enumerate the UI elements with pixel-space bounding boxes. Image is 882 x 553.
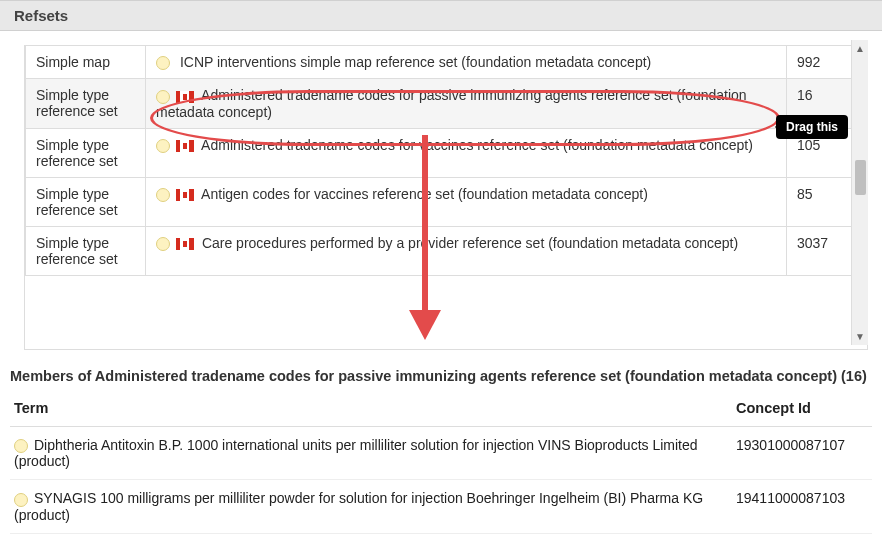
concept-dot-icon	[156, 139, 170, 153]
members-col-concept-id[interactable]: Concept Id	[732, 394, 872, 427]
table-row[interactable]: Simple map ICNP interventions simple map…	[26, 46, 867, 79]
canada-flag-icon	[176, 91, 194, 103]
table-row[interactable]: SYNAGIS 100 milligrams per milliliter po…	[10, 480, 872, 533]
scroll-thumb[interactable]	[855, 160, 866, 195]
refsets-scroll[interactable]: Simple map ICNP interventions simple map…	[25, 45, 867, 349]
concept-dot-icon	[14, 493, 28, 507]
refset-name-cell: Antigen codes for vaccines reference set…	[146, 177, 787, 226]
scroll-down-icon[interactable]: ▼	[852, 328, 868, 345]
concept-dot-icon	[156, 90, 170, 104]
refset-name-cell: ICNP interventions simple map reference …	[146, 46, 787, 79]
members-table: Term Concept Id Diphtheria Antitoxin B.P…	[10, 394, 872, 534]
member-term-cell: Diphtheria Antitoxin B.P. 1000 internati…	[10, 427, 732, 480]
concept-dot-icon	[156, 237, 170, 251]
concept-dot-icon	[14, 439, 28, 453]
refset-type-cell: Simple type reference set	[26, 177, 146, 226]
table-row[interactable]: Diphtheria Antitoxin B.P. 1000 internati…	[10, 427, 872, 480]
concept-dot-icon	[156, 188, 170, 202]
refset-type-cell: Simple map	[26, 46, 146, 79]
members-header: Members of Administered tradename codes …	[10, 368, 872, 384]
refset-name-cell: Administered tradename codes for passive…	[146, 79, 787, 128]
refset-name-text: Administered tradename codes for passive…	[156, 87, 747, 119]
scroll-up-icon[interactable]: ▲	[852, 40, 868, 57]
refset-name-text: Care procedures performed by a provider …	[198, 235, 738, 251]
refset-name-text: ICNP interventions simple map reference …	[176, 54, 651, 70]
refsets-panel: Simple map ICNP interventions simple map…	[24, 45, 868, 350]
refsets-header: Refsets	[0, 0, 882, 31]
members-header-row: Term Concept Id	[10, 394, 872, 427]
refsets-table: Simple map ICNP interventions simple map…	[25, 45, 867, 276]
member-concept-id-cell: 19411000087103	[732, 480, 872, 533]
refset-name-cell: Administered tradename codes for vaccine…	[146, 128, 787, 177]
member-term-cell: SYNAGIS 100 milligrams per milliliter po…	[10, 480, 732, 533]
refset-name-text: Antigen codes for vaccines reference set…	[198, 186, 648, 202]
member-term-text: SYNAGIS 100 milligrams per milliliter po…	[14, 490, 703, 522]
refset-name-text: Administered tradename codes for vaccine…	[198, 137, 753, 153]
member-concept-id-cell: 19301000087107	[732, 427, 872, 480]
member-term-text: Diphtheria Antitoxin B.P. 1000 internati…	[14, 437, 698, 469]
canada-flag-icon	[176, 140, 194, 152]
table-row[interactable]: Simple type reference set Antigen codes …	[26, 177, 867, 226]
concept-dot-icon	[156, 56, 170, 70]
table-row[interactable]: Simple type reference set Care procedure…	[26, 226, 867, 275]
drag-this-tooltip: Drag this	[776, 115, 848, 139]
table-row[interactable]: Simple type reference set Administered t…	[26, 128, 867, 177]
canada-flag-icon	[176, 238, 194, 250]
canada-flag-icon	[176, 189, 194, 201]
members-col-term[interactable]: Term	[10, 394, 732, 427]
refset-type-cell: Simple type reference set	[26, 128, 146, 177]
refset-type-cell: Simple type reference set	[26, 226, 146, 275]
scrollbar[interactable]: ▲ ▼	[851, 40, 868, 345]
refset-name-cell: Care procedures performed by a provider …	[146, 226, 787, 275]
table-row[interactable]: Simple type reference set Administered t…	[26, 79, 867, 128]
refset-type-cell: Simple type reference set	[26, 79, 146, 128]
